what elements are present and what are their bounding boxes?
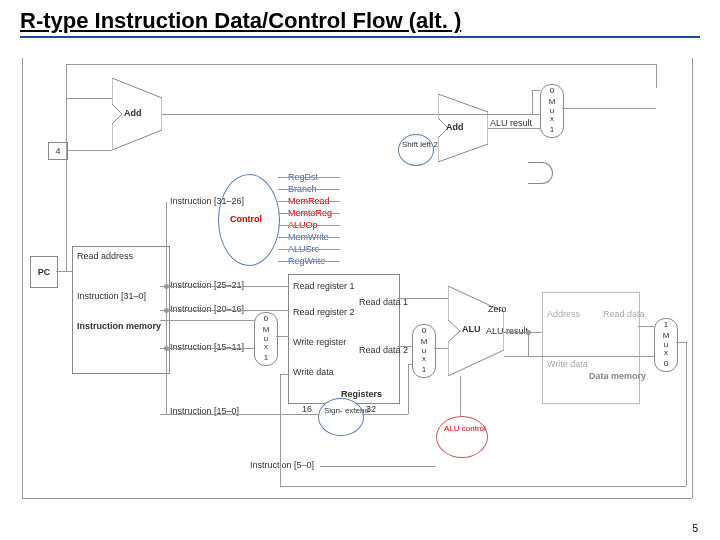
alu-control-label: ALU control [444, 424, 486, 433]
field-15-11: Instruction [15–11] [170, 342, 244, 352]
diagram-canvas: PC 4 Add Read address Instruction [31–0]… [20, 46, 700, 516]
shift-left-2 [398, 134, 434, 166]
field-5-0: Instruction [5–0] [250, 460, 314, 470]
mux-alusrc: 0 M u x 1 [412, 324, 436, 378]
se-out-width: 32 [366, 404, 376, 414]
alu-label: ALU [462, 324, 481, 334]
instruction-memory-box: Read address Instruction [31–0] Instruct… [72, 246, 170, 374]
data-memory-box: Address Read data Write data Data memory [542, 292, 640, 404]
const-four: 4 [48, 142, 68, 160]
field-31-26: Instruction [31–26] [170, 196, 244, 206]
alu-zero: Zero [488, 304, 507, 314]
slide-title: R-type Instruction Data/Control Flow (al… [20, 8, 700, 38]
and-gate [528, 162, 553, 184]
shift-label: Shift left 2 [402, 140, 438, 149]
field-25-21: Instruction [25–21] [170, 280, 244, 290]
reg-read2: Read register 2 [293, 307, 355, 317]
register-file-box: Read register 1 Read register 2 Write re… [288, 274, 400, 404]
alu-control [436, 416, 488, 458]
add-branch-result: ALU result [490, 118, 532, 128]
control-label: Control [230, 214, 262, 224]
alu-result: ALU result [486, 326, 528, 336]
imem-instr: Instruction [31–0] [77, 291, 146, 301]
add-top-label: Add [124, 108, 142, 118]
sign-extend [318, 398, 364, 436]
page-number: 5 [692, 523, 698, 534]
imem-title: Instruction memory [77, 321, 161, 331]
reg-write: Write register [293, 337, 346, 347]
mux-writeback: 1 M u x 0 [654, 318, 678, 372]
reg-read1: Read register 1 [293, 281, 355, 291]
mux-regdst: 0 M u x 1 [254, 312, 278, 366]
dmem-addr: Address [547, 309, 580, 319]
se-in-width: 16 [302, 404, 312, 414]
dmem-wdata: Write data [547, 359, 588, 369]
field-20-16: Instruction [20–16] [170, 304, 244, 314]
reg-wdata: Write data [293, 367, 334, 377]
reg-title: Registers [341, 389, 382, 399]
mux-pcsrc: 0 M u x 1 [540, 84, 564, 138]
imem-read-addr: Read address [77, 251, 133, 261]
add-branch-label: Add [446, 122, 464, 132]
dmem-read: Read data [603, 309, 645, 319]
pc-block: PC [30, 256, 58, 288]
dmem-title: Data memory [589, 371, 646, 381]
